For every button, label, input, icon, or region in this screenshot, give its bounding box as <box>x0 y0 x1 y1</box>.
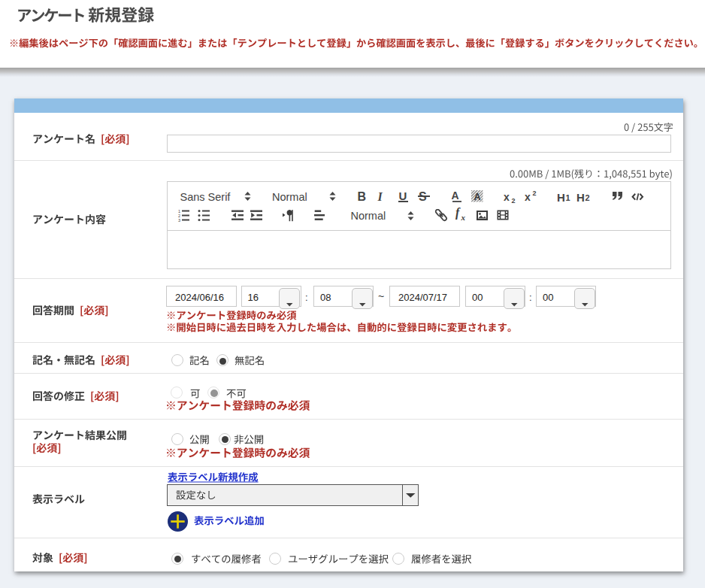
svg-text:3: 3 <box>178 218 180 222</box>
svg-text:A: A <box>474 191 480 202</box>
